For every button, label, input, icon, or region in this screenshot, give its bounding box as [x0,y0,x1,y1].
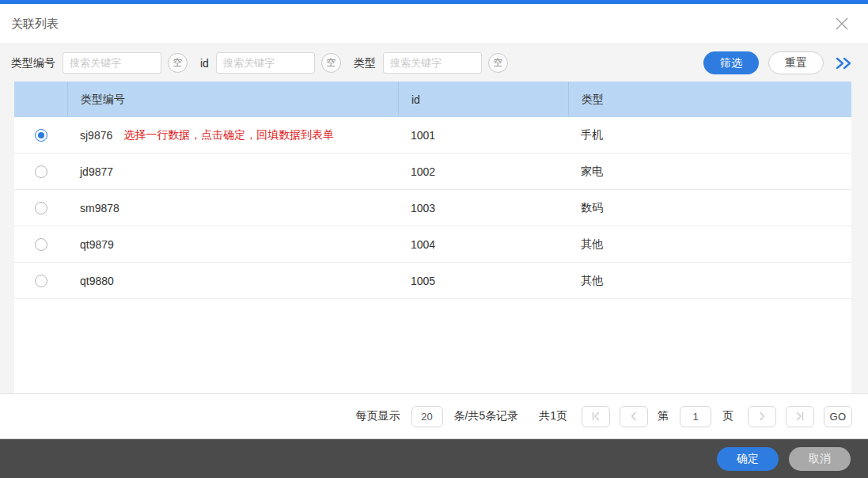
row-annotation: 选择一行数据，点击确定，回填数据到表单 [123,128,334,142]
filter-group-id: id 空 [200,52,341,74]
clear-empty-button-id[interactable]: 空 [321,53,341,73]
row-type: 家电 [568,165,851,179]
go-button[interactable]: GO [824,406,852,427]
header-code-column: 类型编号 [67,82,398,117]
row-type: 数码 [568,201,851,215]
table-row[interactable]: qt9880 1005 其他 [14,263,851,299]
jump-suffix-label: 页 [722,409,733,423]
table-panel: 类型编号 id 类型 sj9876 选择一行数据，点击确定，回填数据到表单 10… [14,82,851,393]
row-code: sm9878 [67,202,398,214]
row-code: qt9879 [67,238,398,251]
radio-button[interactable] [35,238,47,251]
table-area: 类型编号 id 类型 sj9876 选择一行数据，点击确定，回填数据到表单 10… [0,82,868,393]
radio-button[interactable] [35,202,47,214]
total-pages-label: 共1页 [539,409,567,423]
filter-group-code: 类型编号 空 [11,52,188,74]
radio-button[interactable] [35,129,47,142]
last-page-button[interactable] [786,406,814,427]
row-code: jd9877 [67,165,398,178]
cancel-button[interactable]: 取消 [789,447,851,471]
filter-label-code: 类型编号 [11,56,55,70]
row-code: qt9880 [67,275,398,287]
pagination-bar: 每页显示 条/共5条记录 共1页 第 页 GO [0,393,868,438]
header-type-column: 类型 [568,82,851,117]
filter-input-id[interactable] [216,52,315,74]
row-id: 1003 [398,202,568,214]
row-type: 其他 [568,237,851,252]
table-header-row: 类型编号 id 类型 [14,82,851,117]
close-icon[interactable] [833,15,851,32]
table-row[interactable]: sm9878 1003 数码 [14,190,851,226]
header-selection-column [14,82,67,117]
double-chevron-right-icon[interactable] [835,57,852,70]
header-id-column: id [398,82,568,117]
filter-input-code[interactable] [63,52,161,74]
filter-actions: 筛选 重置 [703,51,852,74]
row-type: 其他 [568,274,851,288]
clear-empty-button-code[interactable]: 空 [168,53,188,73]
clear-empty-button-type[interactable]: 空 [488,53,508,73]
per-page-label: 每页显示 [356,409,400,423]
row-code: sj9876 [80,129,112,142]
radio-button[interactable] [35,275,47,287]
row-id: 1005 [398,275,568,287]
confirm-button[interactable]: 确定 [717,447,779,471]
first-page-button[interactable] [582,406,610,427]
dialog-footer: 确定 取消 [0,438,868,478]
total-records-label: 条/共5条记录 [454,409,519,423]
page-size-input[interactable] [411,406,443,427]
row-id: 1001 [398,129,568,142]
radio-button[interactable] [35,165,47,178]
reset-button[interactable]: 重置 [768,51,824,74]
related-list-dialog: 关联列表 类型编号 空 id 空 类型 空 筛选 重置 [0,0,868,478]
table-row[interactable]: qt9879 1004 其他 [14,226,851,263]
filter-label-type: 类型 [354,56,376,70]
dialog-titlebar: 关联列表 [0,4,868,44]
dialog-title: 关联列表 [11,17,59,32]
current-page-input[interactable] [680,406,711,427]
row-id: 1004 [398,238,568,251]
jump-prefix-label: 第 [658,409,669,423]
prev-page-button[interactable] [620,406,648,427]
filter-toolbar: 类型编号 空 id 空 类型 空 筛选 重置 [0,44,868,82]
filter-label-id: id [200,57,209,70]
row-id: 1002 [398,165,568,178]
table-row[interactable]: sj9876 选择一行数据，点击确定，回填数据到表单 1001 手机 [14,117,851,154]
filter-group-type: 类型 空 [354,52,508,74]
row-type: 手机 [568,128,851,142]
table-row[interactable]: jd9877 1002 家电 [14,154,851,190]
filter-button[interactable]: 筛选 [703,51,759,74]
table-empty-space [14,299,851,393]
next-page-button[interactable] [748,406,776,427]
filter-input-type[interactable] [383,52,482,74]
